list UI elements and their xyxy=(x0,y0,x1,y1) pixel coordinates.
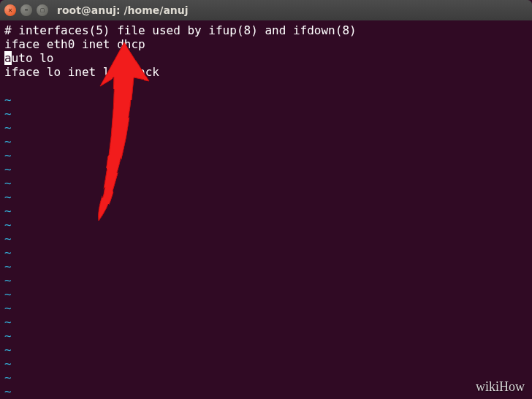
window-title: root@anuj: /home/anuj xyxy=(57,4,189,16)
minimize-icon[interactable] xyxy=(20,4,32,16)
vim-tilde: ~ xyxy=(4,121,12,134)
vim-tilde: ~ xyxy=(4,357,12,370)
terminal-window: root@anuj: /home/anuj # interfaces(5) fi… xyxy=(0,0,532,399)
maximize-icon[interactable] xyxy=(37,4,48,16)
vim-tilde: ~ xyxy=(4,148,12,162)
terminal-content[interactable]: # interfaces(5) file used by ifup(8) and… xyxy=(0,20,532,399)
vim-tilde: ~ xyxy=(4,287,12,301)
vim-tilde: ~ xyxy=(4,301,12,315)
vim-tilde: ~ xyxy=(4,343,12,357)
vim-tilde: ~ xyxy=(4,232,12,246)
vim-tilde: ~ xyxy=(4,176,12,190)
terminal-line: iface eth0 inet dhcp xyxy=(4,37,145,51)
vim-tilde: ~ xyxy=(4,384,12,398)
vim-tilde: ~ xyxy=(4,315,12,329)
vim-tilde: ~ xyxy=(4,273,12,287)
vim-tilde: ~ xyxy=(4,190,12,204)
vim-tilde: ~ xyxy=(4,370,12,384)
vim-tilde: ~ xyxy=(4,329,12,343)
terminal-line: uto lo xyxy=(12,51,54,65)
close-icon[interactable] xyxy=(4,4,16,16)
titlebar: root@anuj: /home/anuj xyxy=(0,0,532,20)
vim-tilde: ~ xyxy=(4,259,12,273)
vim-tilde: ~ xyxy=(4,162,12,176)
terminal-line: # interfaces(5) file used by ifup(8) and… xyxy=(4,23,357,37)
vim-tilde: ~ xyxy=(4,246,12,259)
vim-tilde: ~ xyxy=(4,204,12,218)
vim-tilde: ~ xyxy=(4,134,12,148)
text-cursor: a xyxy=(4,51,12,65)
vim-tilde: ~ xyxy=(4,218,12,232)
terminal-line: iface lo inet loopback xyxy=(4,65,159,79)
vim-tilde: ~ xyxy=(4,107,12,121)
vim-tilde: ~ xyxy=(4,93,12,107)
